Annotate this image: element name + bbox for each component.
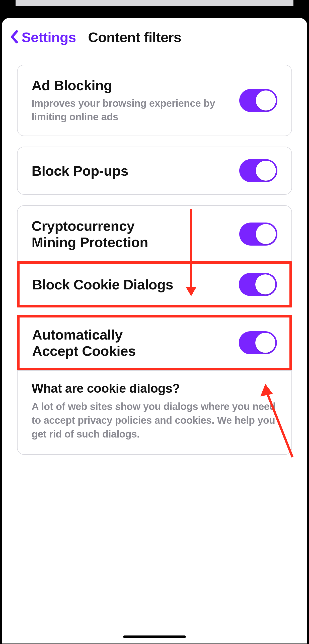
block-cookie-dialogs-title: Block Cookie Dialogs (32, 276, 234, 293)
nav-header: Settings Content filters (2, 18, 307, 54)
toggle-knob (256, 90, 276, 111)
popups-title: Block Pop-ups (32, 163, 234, 179)
crypto-mining-toggle[interactable] (239, 223, 277, 246)
toggle-knob (256, 161, 276, 181)
accept-cookies-toggle[interactable] (239, 331, 277, 354)
toggle-knob (256, 224, 276, 244)
block-cookie-dialogs-toggle[interactable] (239, 273, 277, 296)
annotation-highlight-cookie-dialogs: Block Cookie Dialogs (17, 261, 292, 307)
sheet-behind-notch (16, 0, 293, 6)
crypto-mining-title: Cryptocurrency Mining Protection (32, 218, 172, 250)
chevron-left-icon[interactable] (10, 30, 19, 45)
cookie-info-title: What are cookie dialogs? (32, 381, 277, 396)
ad-blocking-toggle[interactable] (239, 89, 277, 112)
toggle-knob (255, 274, 275, 294)
ad-blocking-subtitle: Improves your browsing experience by lim… (32, 96, 234, 124)
toggle-knob (255, 333, 275, 353)
ad-blocking-title: Ad Blocking (32, 77, 234, 93)
popups-toggle[interactable] (239, 159, 277, 182)
home-indicator (123, 635, 186, 638)
setting-card-popups: Block Pop-ups (17, 147, 292, 195)
annotation-highlight-accept-cookies: Automatically Accept Cookies (17, 315, 292, 371)
back-button-label[interactable]: Settings (22, 29, 76, 45)
content-area: Ad Blocking Improves your browsing exper… (2, 54, 307, 465)
page-title: Content filters (88, 29, 181, 45)
setting-card-crypto-mining: Cryptocurrency Mining Protection (17, 205, 292, 262)
app-sheet: Settings Content filters Ad Blocking Imp… (2, 18, 307, 643)
accept-cookies-title: Automatically Accept Cookies (32, 327, 163, 359)
setting-card-ad-blocking: Ad Blocking Improves your browsing exper… (17, 65, 292, 136)
cookie-info-body: A lot of web sites show you dialogs wher… (32, 400, 277, 441)
info-card-cookie-dialogs: What are cookie dialogs? A lot of web si… (17, 370, 292, 455)
